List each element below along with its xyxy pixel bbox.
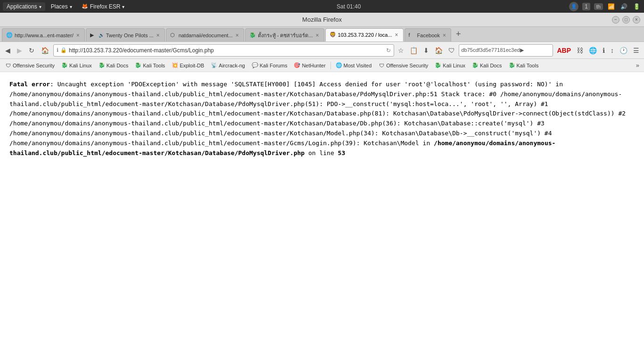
info-icon: ℹ xyxy=(57,47,58,53)
bookmark-label: Kali Linux xyxy=(69,63,92,68)
bookmark-label: Offensive Security xyxy=(386,63,428,68)
new-tab-button[interactable]: + xyxy=(453,29,464,39)
bookmark-label: Exploit-DB xyxy=(180,63,204,68)
bookmark-item-8[interactable]: 🌐Most Visited xyxy=(333,61,375,70)
bookmarks-more-button[interactable]: » xyxy=(633,61,642,70)
tab-close-button[interactable]: × xyxy=(394,31,399,39)
tab-favicon: f xyxy=(409,32,415,39)
tab-tab6[interactable]: f Facebook × xyxy=(405,28,451,41)
bookmark-label: Kali Tools xyxy=(517,63,539,68)
tab-tab2[interactable]: ▶ 🔊 Twenty One Pilots ... × xyxy=(86,28,165,41)
tab-label: 103.253.73.220 / loca... xyxy=(338,32,392,38)
bookmark-icon: 🌐 xyxy=(336,62,342,69)
second-address-text: db75cdf3d5e77181ec3ed▶ xyxy=(461,47,523,53)
tab-tab3[interactable]: ⬡ natdarnaii/edocument... × xyxy=(166,28,244,41)
bookmark-icon: 📡 xyxy=(211,62,217,69)
bookmark-label: Kali Tools xyxy=(143,63,165,68)
bookmark-item-12[interactable]: 🐉Kali Tools xyxy=(506,61,542,70)
extension3-button[interactable]: 🌐 xyxy=(587,46,599,55)
tab-close-button[interactable]: × xyxy=(75,32,81,39)
forward-button[interactable]: ▶ xyxy=(15,45,25,56)
error-label: Fatal error xyxy=(9,81,50,88)
bookmark-icon: 🐉 xyxy=(61,62,68,69)
bookmark-icon: 🐉 xyxy=(99,62,105,69)
bookmark-item-2[interactable]: 🐉Kali Docs xyxy=(96,61,131,70)
user-badge[interactable]: 👤 xyxy=(569,2,578,11)
extension4-button[interactable]: ↕ xyxy=(609,46,616,55)
user-number: 1 xyxy=(582,3,590,10)
bookmark-item-4[interactable]: 💥Exploit-DB xyxy=(169,61,207,70)
bookmark-item-3[interactable]: 🐉Kali Tools xyxy=(132,61,168,70)
shield-button[interactable]: 🛡 xyxy=(446,46,457,55)
error-message: Fatal error: Uncaught exception 'PDOExce… xyxy=(9,80,635,158)
menu-button[interactable]: ☰ xyxy=(631,46,641,55)
minimize-button[interactable]: − xyxy=(612,16,619,24)
bookmark-label: NetHunter xyxy=(302,63,325,68)
reload-small-icon[interactable]: ↻ xyxy=(386,47,391,54)
tab-close-button[interactable]: × xyxy=(235,32,240,39)
tab-tab5[interactable]: 🦁 103.253.73.220 / loca... × xyxy=(325,28,404,41)
bookmark-icon: 🎯 xyxy=(294,62,300,69)
nav-bar: ◀ ▶ ↻ 🏠 ℹ 🔒 ↻ ☆ 📋 ⬇ 🏠 🛡 db75cdf3d5e77181… xyxy=(0,42,644,59)
window-controls: − □ × xyxy=(612,16,640,24)
adblock-button[interactable]: ABP xyxy=(555,46,573,55)
bookmark-item-0[interactable]: 🛡Offensive Security xyxy=(2,61,58,70)
bookmark-label: Most Visited xyxy=(344,63,372,68)
bookmark-icon: 🐉 xyxy=(509,62,515,69)
extension2-button[interactable]: ⛓ xyxy=(575,46,585,55)
bookmark-item-6[interactable]: 💬Kali Forums xyxy=(249,61,290,70)
system-tray: 👤 1 th 📶 🔊 🔋 xyxy=(569,2,641,11)
tab-close-button[interactable]: × xyxy=(442,32,447,39)
extension-button[interactable]: 🏠 xyxy=(433,46,445,55)
tab-tab1[interactable]: 🌐 http://www.a...ent-master/ × xyxy=(2,28,85,41)
tab-label: ตั้งกระทู้ - คชสาร์บอร์ด... xyxy=(258,31,313,40)
tab-close-button[interactable]: × xyxy=(315,32,320,39)
places-chevron xyxy=(70,3,72,10)
tab-close-button[interactable]: × xyxy=(156,32,161,39)
bookmark-icon: 🐉 xyxy=(472,62,479,69)
address-input[interactable] xyxy=(69,47,384,54)
address-bar[interactable]: ℹ 🔒 ↻ xyxy=(53,44,394,57)
clock-button[interactable]: 🕐 xyxy=(618,46,629,55)
bookmark-label: Kali Forums xyxy=(260,63,288,68)
applications-chevron xyxy=(39,3,41,10)
language-badge[interactable]: th xyxy=(594,3,603,10)
applications-menu[interactable]: Applications xyxy=(3,2,45,11)
info-page-button[interactable]: ℹ xyxy=(601,46,607,55)
screenshot-button[interactable]: 📋 xyxy=(408,46,420,55)
close-button[interactable]: × xyxy=(633,16,640,24)
bookmark-item-11[interactable]: 🐉Kali Docs xyxy=(469,61,504,70)
tab-tab4[interactable]: 🐉 ตั้งกระทู้ - คชสาร์บอร์ด... × xyxy=(245,28,324,41)
tab-label: Facebook xyxy=(417,33,440,38)
tab-label: natdarnaii/edocument... xyxy=(179,33,233,38)
places-menu[interactable]: Places xyxy=(47,2,76,11)
window-title: Mozilla Firefox xyxy=(32,16,612,23)
bookmark-item-10[interactable]: 🐉Kali Linux xyxy=(432,61,468,70)
bookmark-star-button[interactable]: ☆ xyxy=(396,46,406,55)
download-button[interactable]: ⬇ xyxy=(421,46,431,55)
bookmarks-bar: 🛡Offensive Security🐉Kali Linux🐉Kali Docs… xyxy=(0,59,644,72)
maximize-button[interactable]: □ xyxy=(622,16,630,24)
bookmark-icon: 🛡 xyxy=(378,62,385,69)
firefox-menu[interactable]: 🦊 Firefox ESR xyxy=(78,2,129,11)
tab-favicon: 🌐 xyxy=(6,32,13,39)
battery-icon: 🔋 xyxy=(632,2,641,11)
tab-favicon: 🐉 xyxy=(249,32,256,39)
firefox-chevron xyxy=(122,3,124,10)
tab-favicon: ▶ xyxy=(90,32,97,39)
bookmark-icon: 🐉 xyxy=(135,62,141,69)
bookmark-item-7[interactable]: 🎯NetHunter xyxy=(291,61,328,70)
system-bar: Applications Places 🦊 Firefox ESR Sat 01… xyxy=(0,0,644,13)
bookmark-item-5[interactable]: 📡Aircrack-ng xyxy=(208,61,248,70)
page-content: Fatal error: Uncaught exception 'PDOExce… xyxy=(0,72,644,362)
tab-bar: 🌐 http://www.a...ent-master/ × ▶ 🔊 Twent… xyxy=(0,27,644,42)
back-button[interactable]: ◀ xyxy=(3,45,13,56)
second-address-bar[interactable]: db75cdf3d5e77181ec3ed▶ xyxy=(459,44,553,57)
bookmark-item-9[interactable]: 🛡Offensive Security xyxy=(375,61,431,70)
title-bar: Mozilla Firefox − □ × xyxy=(0,13,644,27)
bookmark-icon: 💬 xyxy=(252,62,258,69)
tab-label: Twenty One Pilots ... xyxy=(106,33,154,38)
bookmark-item-1[interactable]: 🐉Kali Linux xyxy=(58,61,95,70)
reload-button[interactable]: ↻ xyxy=(26,45,37,56)
home-button[interactable]: 🏠 xyxy=(39,45,51,56)
